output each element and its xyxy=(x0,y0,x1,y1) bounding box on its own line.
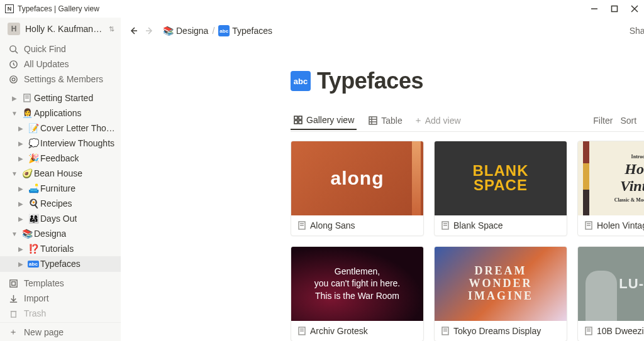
view-gallery[interactable]: Gallery view xyxy=(291,111,357,130)
caret-right-icon[interactable]: ▶ xyxy=(15,213,26,224)
breadcrumb-label: Designa xyxy=(176,26,208,36)
page-emoji-icon: 💭 xyxy=(28,138,39,149)
tree-item-label: Tutorials xyxy=(40,244,74,254)
trash[interactable]: Trash xyxy=(0,306,121,321)
filter-button[interactable]: Filter xyxy=(593,116,613,126)
breadcrumb-icon: abc xyxy=(218,25,230,36)
card-thumbnail: along xyxy=(291,141,423,215)
tree-item[interactable]: ▶📝Cover Letter Thoug… xyxy=(0,121,121,136)
caret-down-icon[interactable]: ▼ xyxy=(9,228,20,239)
quick-find[interactable]: Quick Find xyxy=(0,41,121,57)
window-title: Typefaces | Gallery view xyxy=(18,4,99,13)
gallery-card[interactable]: IntroducingHolenVintageClassic & Modern … xyxy=(577,141,644,236)
gear-icon xyxy=(8,73,19,85)
caret-right-icon[interactable]: ▶ xyxy=(15,138,26,149)
search-icon xyxy=(8,43,19,55)
plus-icon: ＋ xyxy=(8,327,19,338)
svg-rect-23 xyxy=(294,121,297,124)
card-title: Along Sans xyxy=(310,220,355,230)
breadcrumb-icon: 📚 xyxy=(162,25,174,36)
settings-label: Settings & Members xyxy=(24,74,103,84)
tree-item-label: Applications xyxy=(34,108,82,118)
tree-item[interactable]: ▶🎉Feedback xyxy=(0,151,121,166)
card-footer: Tokyo Dreams Display xyxy=(435,321,567,341)
content: abc Typefaces Gallery view Table ＋ Add v… xyxy=(121,44,644,341)
tree-item-label: Typefaces xyxy=(40,259,80,269)
svg-rect-16 xyxy=(11,311,16,317)
gallery-icon xyxy=(293,115,303,125)
page-icon[interactable]: abc xyxy=(291,71,311,91)
gallery-card[interactable]: DREAMWONDERIMAGINETokyo Dreams Display xyxy=(434,246,567,341)
tree-item[interactable]: ▶🛋️Furniture xyxy=(0,181,121,196)
caret-right-icon[interactable]: ▶ xyxy=(15,243,26,254)
card-thumbnail: BLANKSPACE xyxy=(435,141,567,215)
document-icon xyxy=(441,221,450,230)
svg-point-4 xyxy=(9,45,15,51)
settings-members[interactable]: Settings & Members xyxy=(0,72,121,87)
card-title: Tokyo Dreams Display xyxy=(453,326,541,336)
share-button[interactable]: Share xyxy=(630,26,644,36)
tree-item[interactable]: ▶🍳Recipes xyxy=(0,196,121,211)
tree-item-label: Feedback xyxy=(40,153,79,163)
caret-right-icon[interactable]: ▶ xyxy=(15,122,26,134)
card-title: Holen Vintage xyxy=(597,220,644,230)
sort-button[interactable]: Sort xyxy=(620,116,636,126)
breadcrumb-item[interactable]: 📚Designa xyxy=(162,25,208,36)
page-emoji-icon: 🎉 xyxy=(28,153,39,164)
tree-item[interactable]: ▶💭Interview Thoughts xyxy=(0,136,121,151)
document-icon xyxy=(584,327,593,335)
tree-item-label: Interview Thoughts xyxy=(40,138,114,148)
caret-right-icon[interactable]: ▶ xyxy=(15,153,26,164)
tree-item[interactable]: ▼🥑Bean House xyxy=(0,166,121,181)
view-table[interactable]: Table xyxy=(365,112,404,129)
svg-line-5 xyxy=(15,51,18,53)
svg-rect-24 xyxy=(299,121,302,124)
import[interactable]: Import xyxy=(0,291,121,306)
caret-right-icon[interactable]: ▶ xyxy=(15,183,26,194)
add-view[interactable]: ＋ Add view xyxy=(414,115,461,126)
page-title[interactable]: Typefaces xyxy=(317,68,423,94)
card-thumbnail: IntroducingHolenVintageClassic & Modern … xyxy=(578,141,644,215)
minimize-button[interactable] xyxy=(590,4,599,13)
tree-item[interactable]: ▶Getting Started xyxy=(0,90,121,106)
main: 📚Designa/abcTypefaces Share ••• abc Type… xyxy=(121,18,644,341)
workspace-switcher[interactable]: H Holly K. Kaufman-Hill's … ⇅ xyxy=(0,20,121,40)
caret-right-icon[interactable]: ▶ xyxy=(15,198,26,209)
card-title: 10B Dweezil xyxy=(597,326,644,336)
caret-down-icon[interactable]: ▼ xyxy=(9,168,20,179)
tree-item[interactable]: ▶👨‍👩‍👧Days Out xyxy=(0,211,121,226)
caret-right-icon[interactable]: ▶ xyxy=(9,92,20,104)
close-button[interactable] xyxy=(630,4,639,13)
templates[interactable]: Templates xyxy=(0,276,121,291)
maximize-button[interactable] xyxy=(610,4,619,13)
caret-right-icon[interactable]: ▶ xyxy=(15,258,26,269)
card-thumbnail: LU-426 xyxy=(578,247,644,321)
tree-item[interactable]: ▼📚Designa xyxy=(0,226,121,241)
nav-forward[interactable] xyxy=(145,26,157,36)
gallery-card[interactable]: Gentlemen,you can't fight in here.This i… xyxy=(291,246,424,341)
tree-item[interactable]: ▶abcTypefaces xyxy=(0,256,121,271)
sidebar: H Holly K. Kaufman-Hill's … ⇅ Quick Find… xyxy=(0,18,121,341)
all-updates[interactable]: All Updates xyxy=(0,57,121,72)
svg-point-8 xyxy=(9,75,16,82)
add-view-label: Add view xyxy=(425,116,461,126)
new-page-label: New page xyxy=(24,327,64,337)
gallery-card[interactable]: LU-42610B Dweezil xyxy=(577,246,644,341)
card-footer: Holen Vintage xyxy=(578,215,644,235)
svg-rect-25 xyxy=(369,117,377,124)
page-emoji-icon xyxy=(21,92,33,104)
caret-down-icon[interactable]: ▼ xyxy=(9,107,20,119)
breadcrumb-item[interactable]: abcTypefaces xyxy=(218,25,272,36)
document-icon xyxy=(584,221,593,230)
tree-item[interactable]: ▼👩‍💼Applications xyxy=(0,106,121,121)
nav-back[interactable] xyxy=(128,26,141,36)
card-footer: 10B Dweezil xyxy=(578,321,644,341)
view-gallery-label: Gallery view xyxy=(306,115,354,125)
tree-item-label: Recipes xyxy=(40,198,72,208)
import-label: Import xyxy=(24,293,49,303)
gallery-card[interactable]: alongAlong Sans xyxy=(291,141,424,236)
new-page[interactable]: ＋ New page xyxy=(0,322,121,340)
gallery-card[interactable]: BLANKSPACEBlank Space xyxy=(434,141,567,236)
titlebar-left: N Typefaces | Gallery view xyxy=(5,4,99,13)
tree-item[interactable]: ▶⁉️Tutorials xyxy=(0,241,121,256)
